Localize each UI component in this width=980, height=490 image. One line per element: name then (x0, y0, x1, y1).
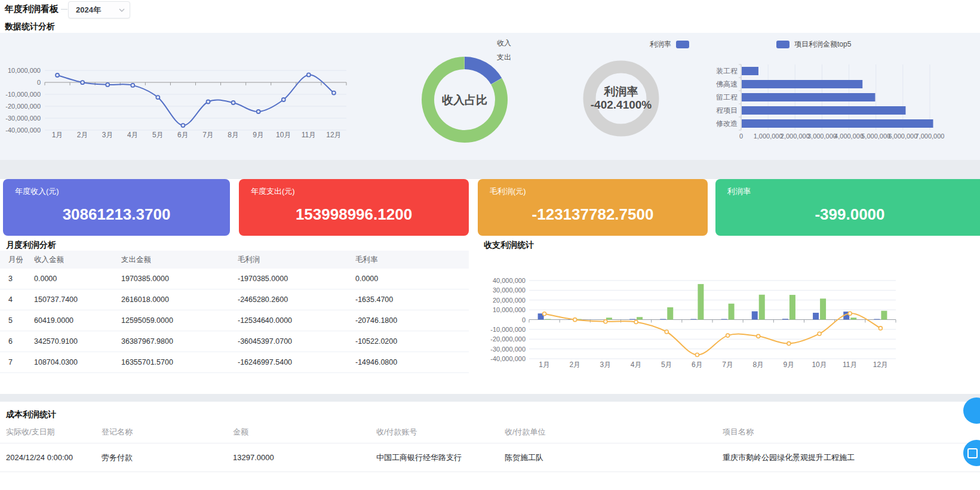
legend-label: 支出 (497, 53, 511, 63)
table-cell: 重庆市鹅岭公园绿化景观提升工程施工 (717, 443, 980, 472)
table-cell: 36387967.9800 (115, 331, 232, 352)
svg-text:-20,000,000: -20,000,000 (490, 335, 526, 343)
svg-text:5月: 5月 (661, 360, 672, 369)
svg-text:3月: 3月 (102, 131, 113, 139)
svg-text:12月: 12月 (326, 131, 341, 139)
table-cell: -2465280.2600 (232, 289, 349, 310)
svg-text:4月: 4月 (127, 131, 139, 139)
stat-card-label: 毛利润(元) (490, 186, 526, 197)
table-cell: -20746.1800 (349, 310, 469, 331)
svg-text:装工程: 装工程 (716, 67, 738, 75)
section-title-monthly: 月度利润分析 (6, 240, 56, 251)
donut-legend-item[interactable]: 收入 (497, 38, 516, 48)
table-cell: 5 (0, 310, 27, 331)
legend-swatch (676, 41, 689, 48)
section-title-cost: 成本利润统计 (6, 409, 56, 420)
table-cell: 3 (0, 269, 27, 289)
top5-legend[interactable]: 项目利润金额top5 (776, 39, 851, 50)
table-header-cell: 实际收/支日期 (0, 421, 96, 443)
stat-card-value: 30861213.3700 (3, 205, 230, 224)
legend-label: 收入 (497, 38, 511, 48)
table-row: 6342570.910036387967.9800-36045397.0700-… (0, 331, 469, 352)
svg-text:-40,000,000: -40,000,000 (5, 127, 41, 134)
project-profit-top5-bar-chart: 01,000,0002,000,0003,000,0004,000,0005,0… (678, 35, 964, 142)
svg-text:程项目: 程项目 (716, 106, 738, 115)
table-header-cell: 月份 (0, 251, 27, 269)
svg-text:11月: 11月 (302, 131, 316, 139)
table-cell: 108704.0300 (27, 352, 115, 373)
svg-text:利润率: 利润率 (604, 85, 638, 98)
donut-legend-item[interactable]: 支出 (497, 53, 516, 63)
svg-text:10月: 10月 (812, 360, 827, 369)
table-cell: 0.0000 (349, 269, 469, 289)
table-cell: 6 (0, 331, 27, 352)
svg-text:7,000,000: 7,000,000 (916, 132, 945, 140)
donut-legend: 收入支出 (497, 38, 516, 63)
table-header-cell: 毛利润 (232, 251, 349, 269)
table-cell: 陈贺施工队 (499, 443, 717, 472)
stat-card-label: 利润率 (727, 186, 751, 197)
table-cell: -12534640.0000 (232, 310, 349, 331)
profit-rate-legend[interactable]: 利润率 (650, 39, 689, 50)
table-cell: 13297.0000 (227, 443, 370, 472)
svg-text:1月: 1月 (539, 360, 550, 369)
svg-text:佛高速: 佛高速 (716, 80, 738, 88)
svg-text:8月: 8月 (752, 360, 764, 369)
svg-text:30,000,000: 30,000,000 (493, 286, 526, 294)
svg-text:4,000,000: 4,000,000 (834, 132, 864, 140)
table-cell: 2616018.0000 (115, 289, 232, 310)
svg-text:-30,000,000: -30,000,000 (490, 346, 526, 353)
table-row: 7108704.030016355701.5700-16246997.5400-… (0, 352, 469, 373)
svg-text:40,000,000: 40,000,000 (493, 277, 526, 284)
svg-text:6,000,000: 6,000,000 (888, 132, 917, 140)
svg-text:5,000,000: 5,000,000 (861, 132, 890, 140)
table-row: 4150737.74002616018.0000-2465280.2600-16… (0, 289, 469, 310)
section-title-stats: 数据统计分析 (5, 21, 55, 32)
profit-rate-legend-label: 利润率 (650, 39, 671, 50)
table-row: 2024/12/24 0:00:00劳务付款13297.0000中国工商银行经华… (0, 443, 980, 472)
table-cell: 劳务付款 (96, 443, 227, 472)
table-cell: 12595059.0000 (115, 310, 232, 331)
year-select[interactable]: 2024年 (68, 1, 130, 19)
table-cell: -14946.0800 (349, 352, 469, 373)
svg-text:-30,000,000: -30,000,000 (5, 115, 41, 122)
table-header-cell: 支出金额 (115, 251, 232, 269)
svg-text:7月: 7月 (202, 131, 214, 139)
svg-text:-20,000,000: -20,000,000 (5, 103, 41, 110)
table-cell: -10522.0200 (349, 331, 469, 352)
chevron-down-icon (119, 8, 125, 12)
svg-text:修改造: 修改造 (716, 119, 738, 128)
monthly-profit-table: 月份收入金额支出金额毛利润毛利率30.00001970385.0000-1970… (0, 251, 469, 373)
svg-text:-10,000,000: -10,000,000 (5, 91, 41, 98)
svg-text:6月: 6月 (177, 131, 189, 139)
table-cell: 中国工商银行经华路支行 (370, 443, 499, 472)
table-cell: 150737.7400 (27, 289, 115, 310)
svg-text:2月: 2月 (569, 360, 580, 369)
stat-card: 毛利润(元)-123137782.7500 (478, 179, 708, 236)
table-cell: 2024/12/24 0:00:00 (0, 443, 96, 472)
table-cell: 16355701.5700 (115, 352, 232, 373)
page-title: 年度利润看板 (5, 4, 59, 15)
svg-text:1,000,000: 1,000,000 (754, 132, 783, 140)
svg-text:3,000,000: 3,000,000 (807, 132, 837, 140)
table-cell: 1970385.0000 (115, 269, 232, 289)
cost-profit-table: 实际收/支日期登记名称金额收/付款账号收/付款单位项目名称2024/12/24 … (0, 421, 980, 472)
table-header-cell: 登记名称 (96, 421, 227, 443)
table-row: 30.00001970385.0000-1970385.00000.0000 (0, 269, 469, 289)
svg-text:5月: 5月 (152, 131, 164, 139)
svg-text:9月: 9月 (253, 131, 264, 139)
stat-cards-row: 年度收入(元)30861213.3700年度支出(元)153998996.120… (0, 179, 980, 236)
table-cell: 7 (0, 352, 27, 373)
svg-text:4月: 4月 (631, 360, 642, 369)
table-header-cell: 毛利率 (349, 251, 469, 269)
svg-text:10,000,000: 10,000,000 (8, 67, 41, 74)
table-cell: -1635.4700 (349, 289, 469, 310)
income-ratio-donut-chart: 收入占比 (370, 35, 567, 157)
svg-text:-402.4100%: -402.4100% (591, 98, 652, 111)
table-cell: -16246997.5400 (232, 352, 349, 373)
divider-band (0, 394, 980, 402)
svg-text:6月: 6月 (692, 360, 703, 369)
svg-text:3月: 3月 (600, 360, 612, 369)
svg-text:0: 0 (522, 316, 526, 323)
svg-text:12月: 12月 (873, 360, 888, 369)
